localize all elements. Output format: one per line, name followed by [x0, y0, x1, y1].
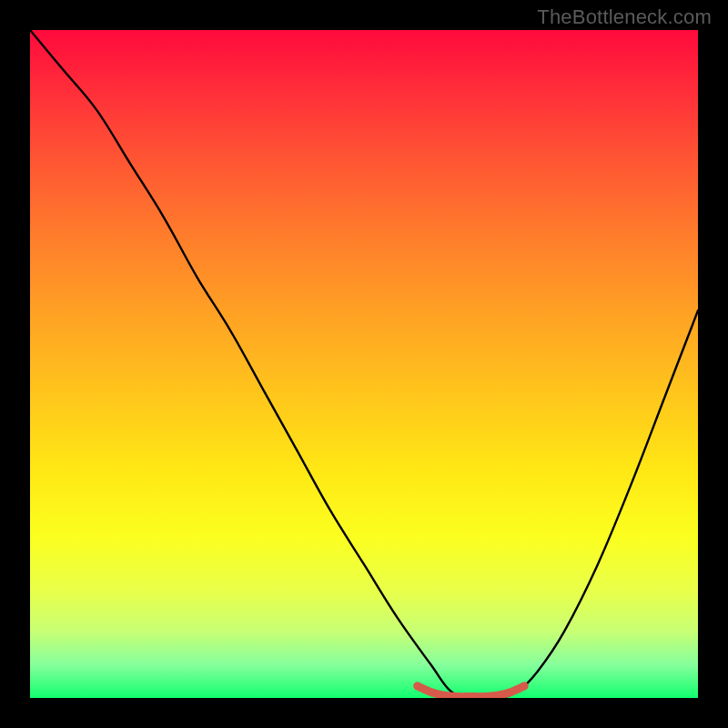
- chart-frame: TheBottleneck.com: [0, 0, 728, 728]
- base-marker: [418, 686, 524, 697]
- bottleneck-curve: [30, 30, 698, 698]
- watermark-text: TheBottleneck.com: [537, 5, 712, 29]
- plot-area: [30, 30, 698, 698]
- curve-layer: [30, 30, 698, 698]
